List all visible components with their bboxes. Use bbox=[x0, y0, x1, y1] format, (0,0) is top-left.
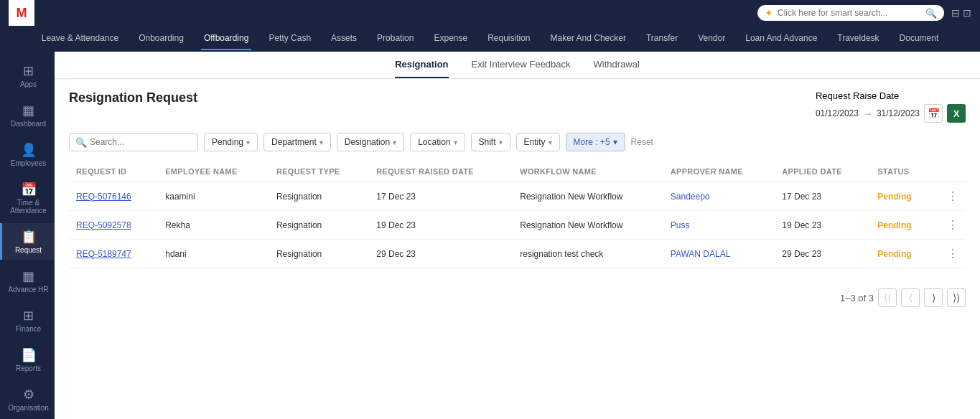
next-page-button[interactable]: ⟩ bbox=[924, 288, 943, 307]
cell-status-1: Pending bbox=[870, 211, 932, 240]
sidebar-item-finance[interactable]: ⊞ Finance bbox=[0, 302, 55, 339]
cell-approver-name-2[interactable]: PAWAN DALAL bbox=[663, 240, 775, 268]
sidebar-item-employees[interactable]: 👤 Employees bbox=[0, 136, 55, 173]
cell-more-1[interactable]: ⋮ bbox=[933, 211, 966, 240]
cell-employee-name-0: kaamini bbox=[158, 182, 269, 211]
sidebar-label-employees: Employees bbox=[11, 159, 46, 167]
more-filters-button[interactable]: More : +5 ▾ bbox=[566, 133, 625, 151]
nav-leave-attendance[interactable]: Leave & Attendance bbox=[39, 27, 121, 50]
nav-offboarding[interactable]: Offboarding bbox=[201, 27, 252, 50]
nav-petty-cash[interactable]: Petty Cash bbox=[266, 27, 314, 50]
shift-filter-chevron: ▾ bbox=[499, 138, 503, 146]
sidebar-item-advance-hr[interactable]: ▦ Advance HR bbox=[0, 263, 55, 299]
sidebar-item-apps[interactable]: ⊞ Apps bbox=[0, 57, 55, 94]
search-filter-wrap[interactable]: 🔍 bbox=[69, 133, 198, 151]
pagination-summary: 1–3 of 3 bbox=[840, 293, 874, 303]
cell-request-type-2: Resignation bbox=[269, 240, 369, 268]
prev-page-button[interactable]: ⟨ bbox=[901, 288, 920, 307]
date-actions: 01/12/2023 → 31/12/2023 📅 X bbox=[816, 104, 966, 123]
cell-applied-date-1: 19 Dec 23 bbox=[775, 211, 870, 240]
department-filter-chevron: ▾ bbox=[319, 138, 323, 146]
status-filter-chevron: ▾ bbox=[246, 138, 250, 146]
last-page-button[interactable]: ⟩⟩ bbox=[947, 288, 966, 307]
nav-document[interactable]: Document bbox=[897, 27, 942, 50]
search-icon: 🔍 bbox=[925, 8, 937, 19]
nav-assets[interactable]: Assets bbox=[328, 27, 360, 50]
col-workflow-name: WORKFLOW NAME bbox=[513, 161, 663, 182]
cell-status-0: Pending bbox=[870, 182, 932, 211]
page-header: Resignation Request Request Raise Date 0… bbox=[69, 90, 966, 123]
department-filter[interactable]: Department ▾ bbox=[263, 133, 331, 151]
location-filter-label: Location bbox=[418, 137, 450, 147]
date-range-label: Request Raise Date bbox=[816, 90, 966, 101]
date-from[interactable]: 01/12/2023 bbox=[816, 108, 859, 118]
nav-traveldesk[interactable]: Traveldesk bbox=[834, 27, 882, 50]
top-right-icons: ⊟⊡ bbox=[951, 7, 971, 19]
tab-resignation[interactable]: Resignation bbox=[395, 59, 448, 78]
cell-request-id-2[interactable]: REQ-5189747 bbox=[69, 240, 158, 268]
apps-icon: ⊞ bbox=[23, 63, 34, 79]
organisation-icon: ⚙ bbox=[23, 387, 34, 402]
more-filters-chevron: ▾ bbox=[613, 137, 617, 147]
nav-transfer[interactable]: Transfer bbox=[643, 27, 681, 50]
pagination: 1–3 of 3 ⟨⟨ ⟨ ⟩ ⟩⟩ bbox=[55, 280, 980, 316]
cell-more-2[interactable]: ⋮ bbox=[933, 240, 966, 268]
first-page-button[interactable]: ⟨⟨ bbox=[878, 288, 897, 307]
sidebar-item-dashboard[interactable]: ▦ Dashboard bbox=[0, 97, 55, 133]
shift-filter[interactable]: Shift ▾ bbox=[471, 133, 510, 151]
sidebar-label-reports: Reports bbox=[16, 364, 41, 372]
date-to[interactable]: 31/12/2023 bbox=[877, 108, 920, 118]
cell-more-0[interactable]: ⋮ bbox=[933, 182, 966, 211]
request-icon: 📋 bbox=[21, 229, 37, 245]
table-header-row: REQUEST ID EMPLOYEE NAME REQUEST TYPE RE… bbox=[69, 161, 966, 182]
top-bar: M ✦ 🔍 ⊟⊡ bbox=[0, 0, 980, 26]
sidebar-item-request[interactable]: 📋 Request bbox=[0, 223, 55, 260]
employees-icon: 👤 bbox=[21, 142, 37, 158]
tab-exit-interview[interactable]: Exit Interview Feedback bbox=[472, 59, 571, 78]
col-approver-name: APPROVER NAME bbox=[663, 161, 775, 182]
smart-search-bar[interactable]: ✦ 🔍 bbox=[757, 5, 944, 21]
shift-filter-label: Shift bbox=[479, 137, 496, 147]
nav-onboarding[interactable]: Onboarding bbox=[136, 27, 187, 50]
sidebar-item-reports[interactable]: 📄 Reports bbox=[0, 342, 55, 378]
table-row: REQ-5189747 hdani Resignation 29 Dec 23 … bbox=[69, 240, 966, 268]
reports-icon: 📄 bbox=[21, 347, 37, 363]
cell-applied-date-2: 29 Dec 23 bbox=[775, 240, 870, 268]
entity-filter-chevron: ▾ bbox=[549, 138, 552, 146]
search-filter-input[interactable] bbox=[90, 137, 192, 147]
excel-export-button[interactable]: X bbox=[947, 104, 966, 123]
time-attendance-icon: 📅 bbox=[21, 182, 37, 197]
tab-withdrawal[interactable]: Withdrawal bbox=[594, 59, 640, 78]
cell-request-type-0: Resignation bbox=[269, 182, 369, 211]
sidebar-label-request: Request bbox=[15, 246, 42, 254]
cell-request-id-1[interactable]: REQ-5092578 bbox=[69, 211, 158, 240]
entity-filter-label: Entity bbox=[524, 137, 546, 147]
department-filter-label: Department bbox=[271, 137, 317, 147]
cell-workflow-name-2: resignation test check bbox=[513, 240, 663, 268]
advance-hr-icon: ▦ bbox=[22, 268, 34, 284]
reset-filters-button[interactable]: Reset bbox=[631, 137, 653, 147]
cell-approver-name-0[interactable]: Sandeepo bbox=[663, 182, 775, 211]
nav-requisition[interactable]: Requisition bbox=[485, 27, 533, 50]
cell-workflow-name-0: Resignation New Workflow bbox=[513, 182, 663, 211]
status-filter[interactable]: Pending ▾ bbox=[204, 133, 258, 151]
col-request-raised-date: REQUEST RAISED DATE bbox=[369, 161, 513, 182]
nav-maker-checker[interactable]: Maker And Checker bbox=[548, 27, 629, 50]
cell-request-id-0[interactable]: REQ-5076146 bbox=[69, 182, 158, 211]
cell-approver-name-1[interactable]: Puss bbox=[663, 211, 775, 240]
calendar-icon-button[interactable]: 📅 bbox=[924, 104, 943, 123]
sidebar-item-organisation[interactable]: ⚙ Organisation bbox=[0, 381, 55, 418]
designation-filter[interactable]: Designation ▾ bbox=[337, 133, 404, 151]
nav-vendor[interactable]: Vendor bbox=[695, 27, 728, 50]
cell-request-raised-date-0: 17 Dec 23 bbox=[369, 182, 513, 211]
nav-probation[interactable]: Probation bbox=[374, 27, 416, 50]
sidebar-label-organisation: Organisation bbox=[8, 404, 49, 412]
sidebar-label-apps: Apps bbox=[20, 80, 37, 88]
nav-expense[interactable]: Expense bbox=[431, 27, 470, 50]
location-filter[interactable]: Location ▾ bbox=[410, 133, 465, 151]
smart-search-input[interactable] bbox=[778, 8, 921, 18]
entity-filter[interactable]: Entity ▾ bbox=[516, 133, 560, 151]
sidebar-item-time-attendance[interactable]: 📅 Time & Attendance bbox=[0, 176, 55, 220]
nav-loan-advance[interactable]: Loan And Advance bbox=[742, 27, 820, 50]
main-layout: ⊞ Apps ▦ Dashboard 👤 Employees 📅 Time & … bbox=[0, 52, 980, 419]
